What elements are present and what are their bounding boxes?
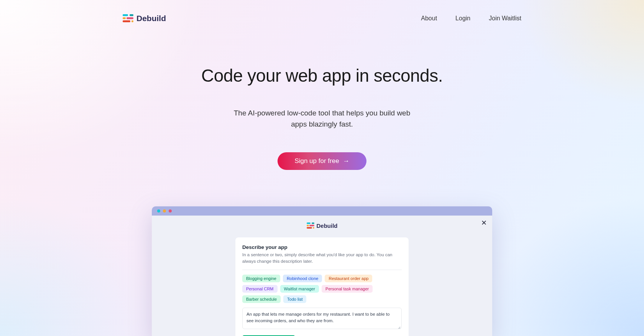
mock-titlebar — [152, 206, 492, 216]
site-header: Debuild About Login Join Waitlist — [0, 0, 644, 23]
product-mockup: ✕ Debuild Describe your app In a sentenc… — [152, 206, 492, 336]
nav-login[interactable]: Login — [455, 15, 470, 22]
mock-logo-icon — [307, 222, 314, 229]
logo[interactable]: Debuild — [123, 14, 166, 23]
hero: Code your web app in seconds. The AI-pow… — [0, 65, 644, 170]
signup-button-label: Sign up for free — [294, 157, 339, 165]
chip-barber-schedule[interactable]: Barber schedule — [242, 295, 281, 303]
card-title: Describe your app — [242, 244, 402, 250]
traffic-light-min-icon — [163, 209, 166, 212]
signup-button[interactable]: Sign up for free → — [278, 152, 366, 170]
card-divider — [242, 270, 402, 270]
nav-about[interactable]: About — [421, 15, 437, 22]
mock-window: ✕ Debuild Describe your app In a sentenc… — [152, 206, 492, 336]
hero-subtitle: The AI-powered low-code tool that helps … — [226, 107, 418, 130]
chip-todo-list[interactable]: Todo list — [283, 295, 306, 303]
traffic-light-close-icon — [157, 209, 160, 212]
card-helper: In a sentence or two, simply describe wh… — [242, 252, 402, 264]
mock-brand-text: Debuild — [317, 222, 338, 229]
brand-text: Debuild — [136, 14, 166, 23]
close-icon[interactable]: ✕ — [481, 219, 487, 226]
description-textarea[interactable] — [242, 308, 402, 329]
traffic-light-max-icon — [169, 209, 172, 212]
arrow-right-icon: → — [343, 157, 350, 165]
chip-restaurant-order-app[interactable]: Restaurant order app — [325, 275, 372, 282]
mock-frame: ✕ Debuild Describe your app In a sentenc… — [152, 216, 492, 336]
chip-personal-crm[interactable]: Personal CRM — [242, 285, 278, 293]
hero-headline: Code your web app in seconds. — [0, 65, 644, 86]
chip-robinhood-clone[interactable]: Robinhood clone — [283, 275, 322, 282]
top-nav: About Login Join Waitlist — [421, 15, 521, 22]
mock-logo: Debuild — [152, 222, 492, 229]
describe-card: Describe your app In a sentence or two, … — [235, 237, 409, 336]
nav-waitlist[interactable]: Join Waitlist — [489, 15, 521, 22]
chip-waitlist-manager[interactable]: Waitlist manager — [280, 285, 319, 293]
chip-blogging-engine[interactable]: Blogging engine — [242, 275, 280, 282]
logo-icon — [123, 14, 133, 23]
chip-personal-task-manager[interactable]: Personal task manager — [322, 285, 373, 293]
suggestion-chips: Blogging engineRobinhood cloneRestaurant… — [242, 275, 402, 303]
